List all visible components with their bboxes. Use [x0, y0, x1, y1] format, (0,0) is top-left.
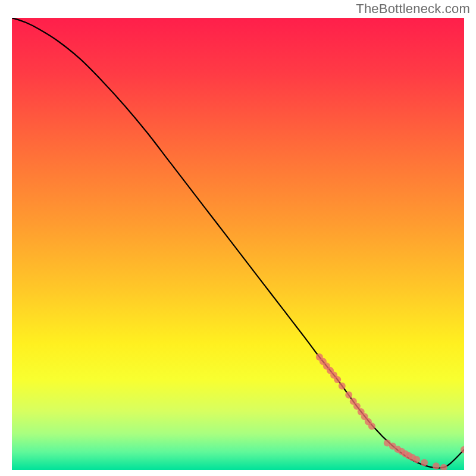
marker-dot [433, 462, 440, 469]
stage: TheBottleneck.com [0, 0, 476, 476]
plot-area [12, 18, 464, 470]
marker-group [316, 353, 464, 470]
marker-dot [413, 456, 420, 463]
marker-dot [339, 383, 346, 390]
watermark-text: TheBottleneck.com [356, 1, 470, 17]
chart-overlay [12, 18, 464, 470]
bottleneck-curve [12, 18, 464, 468]
marker-dot [345, 392, 352, 399]
marker-dot [440, 464, 447, 470]
marker-dot [368, 422, 375, 430]
marker-dot [421, 459, 428, 466]
marker-dot [334, 376, 341, 383]
